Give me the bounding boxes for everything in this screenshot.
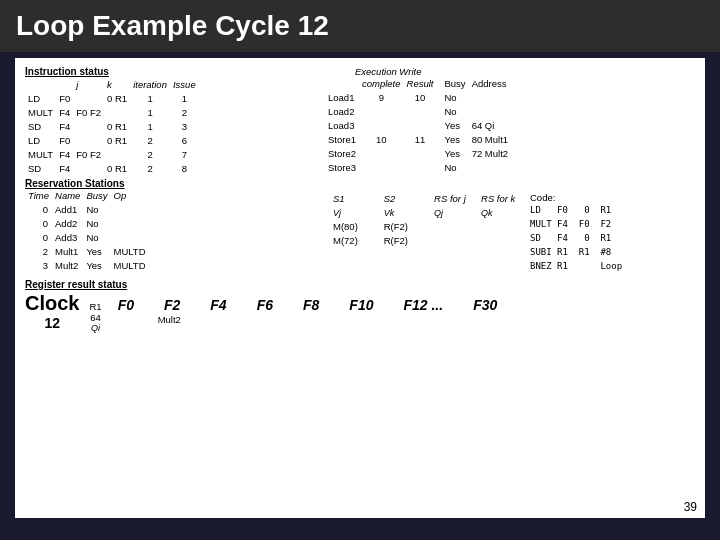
reg-f12: F12 ... [403, 297, 443, 313]
table-row: Store2 Yes 72 Mult2 [325, 147, 511, 161]
col-j: j [73, 78, 104, 92]
col-address: Address [469, 77, 511, 91]
col-exec: complete [359, 77, 404, 91]
code-line-3: SD F4 0 R1 [530, 231, 695, 245]
reg-f8: F8 [303, 297, 319, 313]
reservation-stations-title: Reservation Stations [25, 178, 325, 189]
table-row: Load3 Yes 64 Qi [325, 119, 511, 133]
table-row: MULT F4 F0 F2 1 2 [25, 106, 199, 120]
table-row: 0 Add3 No [25, 231, 149, 245]
table-row: M(80) R(F2) [330, 220, 525, 234]
code-line-4: SUBI R1 R1 #8 [530, 245, 695, 259]
table-row: LD F0 0 R1 2 6 [25, 134, 199, 148]
col-rsj: RS for j [431, 192, 478, 206]
val-f4: Mult2 [158, 314, 181, 325]
table-row: MULT F4 F0 F2 2 7 [25, 148, 199, 162]
col-iteration: iteration [130, 78, 170, 92]
code-line-1: LD F0 0 R1 [530, 203, 695, 217]
col-issue: Issue [170, 78, 199, 92]
page-title: Loop Example Cycle 12 [16, 10, 329, 42]
table-row: Store3 No [325, 161, 511, 175]
col-op: Op [111, 189, 149, 203]
col-rsk: RS for k [478, 192, 525, 206]
col-name [325, 77, 359, 91]
col-s1: S1 [330, 192, 381, 206]
code-line-2: MULT F4 F0 F2 [530, 217, 695, 231]
reg-f10: F10 [349, 297, 373, 313]
reg-f4: F4 [210, 297, 226, 313]
table-row: SD F4 0 R1 1 3 [25, 120, 199, 134]
sub-qj: Qj [431, 206, 478, 220]
sub-qk: Qk [478, 206, 525, 220]
clock-value: 12 [44, 315, 60, 331]
col-name-res: Name [52, 189, 83, 203]
table-row: 0 Add1 No [25, 203, 149, 217]
register-result-title: Register result status [25, 279, 695, 290]
reg-f2: F2 [164, 297, 180, 313]
col-k: k [104, 78, 130, 92]
code-line-5: BNEZ R1 Loop [530, 259, 695, 273]
table-row: 0 Add2 No [25, 217, 149, 231]
reg-f30: F30 [473, 297, 497, 313]
table-row: 3 Mult2 Yes MULTD [25, 259, 149, 273]
col-instruction [25, 78, 73, 92]
r1-qi: Qi [89, 323, 101, 333]
table-row: M(72) R(F2) [330, 234, 525, 248]
col-s2: S2 [381, 192, 431, 206]
exec-complete-label: Execution Write [355, 66, 422, 77]
r1-value: 64 [89, 312, 101, 323]
instruction-status-title: Instruction status [25, 66, 325, 77]
reg-f6: F6 [257, 297, 273, 313]
table-row: Load2 No [325, 105, 511, 119]
r1-header: R1 [89, 301, 101, 312]
code-label: Code: [530, 192, 695, 203]
table-row: Load1 9 10 No [325, 91, 511, 105]
title-bar: Loop Example Cycle 12 [0, 0, 720, 52]
col-busy: Busy [437, 77, 469, 91]
table-row: LD F0 0 R1 1 1 [25, 92, 199, 106]
clock-label: Clock [25, 292, 79, 315]
table-row: 2 Mult1 Yes MULTD [25, 245, 149, 259]
slide-number: 39 [684, 500, 697, 514]
col-write: Result [404, 77, 437, 91]
table-row: SD F4 0 R1 2 8 [25, 162, 199, 176]
col-time: Time [25, 189, 52, 203]
reg-f0: F0 [118, 297, 134, 313]
col-busy-res: Busy [83, 189, 110, 203]
sub-vj: Vj [330, 206, 381, 220]
table-row: Store1 10 11 Yes 80 Mult1 [325, 133, 511, 147]
sub-vk: Vk [381, 206, 431, 220]
